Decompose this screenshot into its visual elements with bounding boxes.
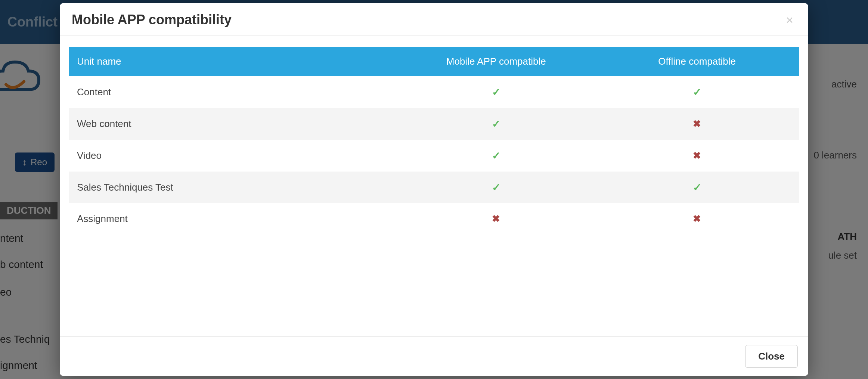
cross-icon: ✖ [492,213,500,224]
modal-body: Unit name Mobile APP compatible Offline … [60,36,808,336]
column-unit-name: Unit name [69,47,397,76]
compatibility-modal: Mobile APP compatibility × Unit name Mob… [60,3,808,376]
close-icon[interactable]: × [783,13,796,26]
cross-icon: ✖ [693,118,701,129]
table-row: Web content✓✖ [69,108,799,140]
mobile-compatible-cell: ✓ [397,172,595,203]
offline-compatible-cell: ✓ [595,76,799,108]
cross-icon: ✖ [693,150,701,161]
offline-compatible-cell: ✓ [595,172,799,203]
unit-name-cell: Content [69,76,397,108]
column-offline-compatible: Offline compatible [595,47,799,76]
mobile-compatible-cell: ✓ [397,140,595,172]
offline-compatible-cell: ✖ [595,203,799,234]
offline-compatible-cell: ✖ [595,108,799,140]
unit-name-cell: Sales Techniques Test [69,172,397,203]
table-row: Sales Techniques Test✓✓ [69,172,799,203]
check-icon: ✓ [492,150,500,161]
mobile-compatible-cell: ✓ [397,108,595,140]
table-row: Video✓✖ [69,140,799,172]
cross-icon: ✖ [693,213,701,224]
column-mobile-compatible: Mobile APP compatible [397,47,595,76]
mobile-compatible-cell: ✖ [397,203,595,234]
offline-compatible-cell: ✖ [595,140,799,172]
close-button[interactable]: Close [745,345,798,368]
modal-title: Mobile APP compatibility [72,12,232,28]
check-icon: ✓ [492,118,500,130]
check-icon: ✓ [693,182,701,193]
check-icon: ✓ [492,86,500,98]
table-header-row: Unit name Mobile APP compatible Offline … [69,47,799,76]
modal-header: Mobile APP compatibility × [60,3,808,36]
check-icon: ✓ [492,182,500,193]
table-row: Content✓✓ [69,76,799,108]
unit-name-cell: Web content [69,108,397,140]
unit-name-cell: Video [69,140,397,172]
mobile-compatible-cell: ✓ [397,76,595,108]
compatibility-table: Unit name Mobile APP compatible Offline … [69,47,799,234]
modal-footer: Close [60,336,808,376]
unit-name-cell: Assignment [69,203,397,234]
table-row: Assignment✖✖ [69,203,799,234]
check-icon: ✓ [693,86,701,98]
